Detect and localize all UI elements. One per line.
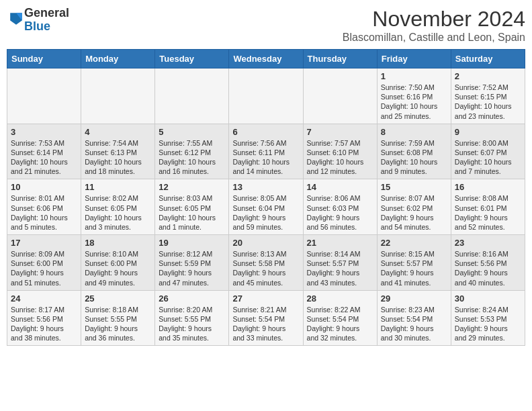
day-info: Sunrise: 8:16 AM Sunset: 5:56 PM Dayligh… [455, 249, 521, 287]
day-cell: 14Sunrise: 8:06 AM Sunset: 6:03 PM Dayli… [303, 179, 377, 235]
day-cell: 5Sunrise: 7:55 AM Sunset: 6:12 PM Daylig… [155, 124, 229, 179]
day-cell: 6Sunrise: 7:56 AM Sunset: 6:11 PM Daylig… [229, 124, 303, 179]
calendar-body: 1Sunrise: 7:50 AM Sunset: 6:16 PM Daylig… [7, 68, 525, 346]
calendar-table: SundayMondayTuesdayWednesdayThursdayFrid… [7, 49, 525, 346]
day-cell: 19Sunrise: 8:12 AM Sunset: 5:59 PM Dayli… [155, 235, 229, 291]
logo-icon [8, 11, 24, 27]
day-cell [229, 68, 303, 124]
day-info: Sunrise: 8:05 AM Sunset: 6:04 PM Dayligh… [232, 193, 299, 232]
day-cell: 12Sunrise: 8:03 AM Sunset: 6:05 PM Dayli… [155, 179, 229, 235]
day-cell: 7Sunrise: 7:57 AM Sunset: 6:10 PM Daylig… [303, 124, 377, 179]
logo-blue: Blue [24, 19, 50, 33]
day-number: 26 [159, 293, 225, 304]
weekday-header-saturday: Saturday [451, 50, 525, 68]
logo-text: General Blue [24, 7, 69, 34]
day-number: 20 [232, 238, 299, 248]
day-info: Sunrise: 8:01 AM Sunset: 6:06 PM Dayligh… [11, 193, 77, 232]
day-cell: 25Sunrise: 8:18 AM Sunset: 5:55 PM Dayli… [81, 290, 155, 346]
day-cell: 16Sunrise: 8:08 AM Sunset: 6:01 PM Dayli… [451, 179, 525, 235]
day-cell: 21Sunrise: 8:14 AM Sunset: 5:57 PM Dayli… [303, 235, 377, 291]
day-info: Sunrise: 8:22 AM Sunset: 5:54 PM Dayligh… [307, 305, 373, 343]
day-cell: 8Sunrise: 7:59 AM Sunset: 6:08 PM Daylig… [377, 124, 451, 179]
day-info: Sunrise: 8:00 AM Sunset: 6:07 PM Dayligh… [455, 138, 521, 177]
day-number: 28 [307, 293, 373, 304]
day-number: 14 [307, 182, 373, 192]
day-cell: 13Sunrise: 8:05 AM Sunset: 6:04 PM Dayli… [229, 179, 303, 235]
week-row-0: 1Sunrise: 7:50 AM Sunset: 6:16 PM Daylig… [7, 68, 525, 124]
location-title: Blascomillan, Castille and Leon, Spain [343, 32, 525, 44]
day-info: Sunrise: 7:56 AM Sunset: 6:11 PM Dayligh… [232, 138, 299, 177]
week-row-1: 3Sunrise: 7:53 AM Sunset: 6:14 PM Daylig… [7, 124, 525, 179]
day-number: 12 [159, 182, 225, 192]
weekday-header-thursday: Thursday [303, 50, 377, 68]
day-info: Sunrise: 8:09 AM Sunset: 6:00 PM Dayligh… [11, 249, 77, 287]
weekday-header-monday: Monday [81, 50, 155, 68]
day-number: 25 [85, 293, 151, 304]
day-info: Sunrise: 8:03 AM Sunset: 6:05 PM Dayligh… [159, 193, 225, 232]
day-number: 5 [159, 127, 225, 137]
day-number: 23 [455, 238, 521, 248]
day-number: 3 [11, 127, 77, 137]
day-cell: 4Sunrise: 7:54 AM Sunset: 6:13 PM Daylig… [81, 124, 155, 179]
day-cell: 22Sunrise: 8:15 AM Sunset: 5:57 PM Dayli… [377, 235, 451, 291]
day-cell: 9Sunrise: 8:00 AM Sunset: 6:07 PM Daylig… [451, 124, 525, 179]
day-info: Sunrise: 8:13 AM Sunset: 5:58 PM Dayligh… [232, 249, 299, 287]
day-number: 11 [85, 182, 151, 192]
day-info: Sunrise: 8:08 AM Sunset: 6:01 PM Dayligh… [455, 193, 521, 232]
day-info: Sunrise: 8:18 AM Sunset: 5:55 PM Dayligh… [85, 305, 151, 343]
weekday-header-row: SundayMondayTuesdayWednesdayThursdayFrid… [7, 50, 525, 68]
day-number: 4 [85, 127, 151, 137]
day-number: 9 [455, 127, 521, 137]
day-cell: 30Sunrise: 8:24 AM Sunset: 5:53 PM Dayli… [451, 290, 525, 346]
day-info: Sunrise: 7:50 AM Sunset: 6:16 PM Dayligh… [381, 83, 447, 121]
week-row-4: 24Sunrise: 8:17 AM Sunset: 5:56 PM Dayli… [7, 290, 525, 346]
day-number: 8 [381, 127, 447, 137]
day-cell: 1Sunrise: 7:50 AM Sunset: 6:16 PM Daylig… [377, 68, 451, 124]
day-cell: 2Sunrise: 7:52 AM Sunset: 6:15 PM Daylig… [451, 68, 525, 124]
week-row-2: 10Sunrise: 8:01 AM Sunset: 6:06 PM Dayli… [7, 179, 525, 235]
day-info: Sunrise: 8:20 AM Sunset: 5:55 PM Dayligh… [159, 305, 225, 343]
day-cell [303, 68, 377, 124]
day-number: 17 [11, 238, 77, 248]
day-number: 15 [381, 182, 447, 192]
day-number: 19 [159, 238, 225, 248]
day-info: Sunrise: 8:23 AM Sunset: 5:54 PM Dayligh… [381, 305, 447, 343]
day-number: 10 [11, 182, 77, 192]
day-number: 7 [307, 127, 373, 137]
header: General Blue November 2024 Blascomillan,… [7, 7, 525, 44]
logo: General Blue [7, 7, 69, 34]
day-info: Sunrise: 7:57 AM Sunset: 6:10 PM Dayligh… [307, 138, 373, 177]
weekday-header-friday: Friday [377, 50, 451, 68]
day-cell [7, 68, 81, 124]
day-number: 27 [232, 293, 299, 304]
day-cell: 20Sunrise: 8:13 AM Sunset: 5:58 PM Dayli… [229, 235, 303, 291]
day-info: Sunrise: 8:10 AM Sunset: 6:00 PM Dayligh… [85, 249, 151, 287]
day-info: Sunrise: 7:53 AM Sunset: 6:14 PM Dayligh… [11, 138, 77, 177]
day-info: Sunrise: 7:52 AM Sunset: 6:15 PM Dayligh… [455, 83, 521, 121]
day-info: Sunrise: 8:24 AM Sunset: 5:53 PM Dayligh… [455, 305, 521, 343]
day-cell: 27Sunrise: 8:21 AM Sunset: 5:54 PM Dayli… [229, 290, 303, 346]
day-cell: 3Sunrise: 7:53 AM Sunset: 6:14 PM Daylig… [7, 124, 81, 179]
day-info: Sunrise: 8:15 AM Sunset: 5:57 PM Dayligh… [381, 249, 447, 287]
day-number: 24 [11, 293, 77, 304]
day-number: 1 [381, 71, 447, 81]
day-cell: 10Sunrise: 8:01 AM Sunset: 6:06 PM Dayli… [7, 179, 81, 235]
day-cell: 24Sunrise: 8:17 AM Sunset: 5:56 PM Dayli… [7, 290, 81, 346]
day-number: 18 [85, 238, 151, 248]
day-cell: 11Sunrise: 8:02 AM Sunset: 6:05 PM Dayli… [81, 179, 155, 235]
day-info: Sunrise: 8:21 AM Sunset: 5:54 PM Dayligh… [232, 305, 299, 343]
day-info: Sunrise: 8:02 AM Sunset: 6:05 PM Dayligh… [85, 193, 151, 232]
day-number: 13 [232, 182, 299, 192]
day-cell: 17Sunrise: 8:09 AM Sunset: 6:00 PM Dayli… [7, 235, 81, 291]
day-cell: 29Sunrise: 8:23 AM Sunset: 5:54 PM Dayli… [377, 290, 451, 346]
day-number: 16 [455, 182, 521, 192]
day-cell: 18Sunrise: 8:10 AM Sunset: 6:00 PM Dayli… [81, 235, 155, 291]
day-info: Sunrise: 8:06 AM Sunset: 6:03 PM Dayligh… [307, 193, 373, 232]
title-area: November 2024 Blascomillan, Castille and… [343, 7, 525, 44]
weekday-header-wednesday: Wednesday [229, 50, 303, 68]
day-number: 6 [232, 127, 299, 137]
day-cell: 28Sunrise: 8:22 AM Sunset: 5:54 PM Dayli… [303, 290, 377, 346]
day-info: Sunrise: 7:55 AM Sunset: 6:12 PM Dayligh… [159, 138, 225, 177]
logo-general: General [24, 6, 69, 19]
day-cell [81, 68, 155, 124]
